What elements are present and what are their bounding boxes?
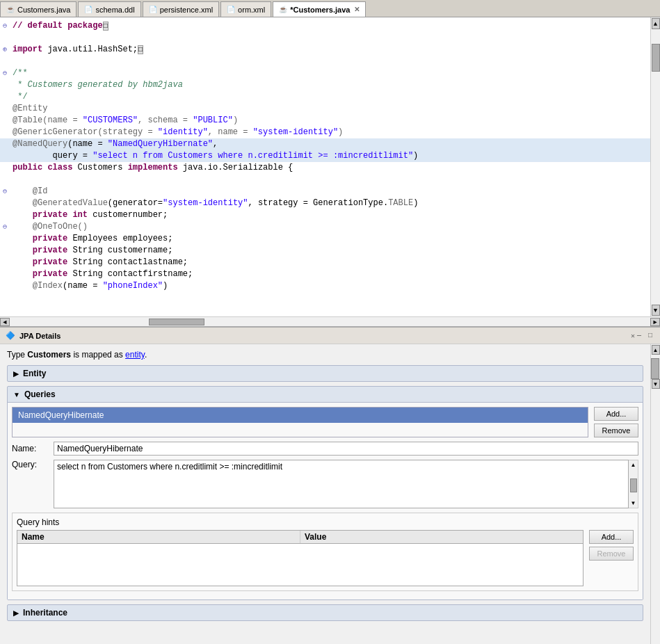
hints-col-value: Value	[300, 531, 583, 543]
jpa-panel: 🔷 JPA Details ✕ — □ Type Customers is ma…	[0, 326, 660, 644]
query-label: Query:	[12, 460, 54, 469]
name-label: Name:	[12, 444, 54, 453]
type-bold: Customers	[27, 350, 71, 360]
entity-link[interactable]: entity	[125, 350, 145, 360]
code-line-1: ⊖ // default package□	[0, 20, 650, 32]
add-query-button[interactable]: Add...	[594, 407, 638, 421]
inheritance-section: ▶ Inheritance	[7, 604, 643, 621]
entity-section: ▶ Entity	[7, 365, 643, 382]
queries-collapse-arrow: ▼	[13, 391, 20, 399]
jpa-body: Type Customers is mapped as entity. ▶ En…	[0, 344, 660, 644]
scroll-up-arrow[interactable]: ▲	[652, 18, 660, 29]
tab-customers-java-2[interactable]: ☕ *Customers.java ✕	[273, 1, 366, 17]
queries-list: NamedQueryHibernate	[12, 407, 588, 437]
code-line-11: @NamedQuery(name = "NamedQueryHibernate"…	[0, 138, 650, 150]
inheritance-section-header[interactable]: ▶ Inheritance	[8, 605, 643, 620]
entity-collapse-arrow: ▶	[13, 370, 19, 378]
code-line-3: ⊕ import java.util.HashSet;□	[0, 44, 650, 56]
tab-orm-xml[interactable]: 📄 orm.xml	[220, 1, 271, 17]
queries-section-body: NamedQueryHibernate Add... Remove Name	[8, 402, 643, 599]
h-scroll-left[interactable]: ◄	[0, 318, 10, 326]
xml-icon-1: 📄	[149, 6, 157, 13]
tab-persistence-xml[interactable]: 📄 persistence.xml	[143, 1, 219, 17]
tab-schema-ddl[interactable]: 📄 schema.ddl	[78, 1, 140, 17]
code-line-8: @Entity	[0, 103, 650, 115]
maximize-icon[interactable]: □	[646, 331, 654, 340]
hints-section: Query hints Name Value Add...	[12, 513, 638, 591]
h-scroll-track	[10, 318, 650, 326]
h-scroll-right[interactable]: ►	[650, 318, 660, 326]
query-item-0[interactable]: NamedQueryHibernate	[13, 408, 588, 423]
code-line-4	[0, 56, 650, 67]
queries-buttons: Add... Remove	[594, 407, 638, 437]
name-input[interactable]	[54, 442, 638, 456]
query-textarea-scrollbar[interactable]: ▲ ▼	[629, 460, 638, 508]
code-line-6: * Customers generated by hbm2java	[0, 79, 650, 91]
query-field-row: Query: select n from Customers where n.c…	[12, 460, 638, 508]
entity-section-label: Entity	[23, 369, 46, 378]
textarea-scroll-thumb[interactable]	[630, 478, 637, 492]
queries-section: ▼ Queries NamedQueryHibernate	[7, 386, 643, 600]
jpa-header: 🔷 JPA Details ✕ — □	[0, 328, 660, 344]
name-field-row: Name:	[12, 442, 638, 456]
code-line-20: private String customername;	[0, 245, 650, 257]
code-line-5: ⊖ /**	[0, 67, 650, 79]
code-line-16: @GeneratedValue(generator="system-identi…	[0, 198, 650, 209]
code-line-23: @Index(name = "phoneIndex")	[0, 280, 650, 292]
ddl-icon: 📄	[84, 6, 92, 13]
queries-section-header[interactable]: ▼ Queries	[8, 387, 643, 402]
code-line-13: public class Customers implements java.i…	[0, 162, 650, 174]
queries-section-label: Queries	[24, 389, 56, 399]
jpa-body-inner: Type Customers is mapped as entity. ▶ En…	[7, 350, 653, 621]
hints-table-body[interactable]	[17, 544, 583, 586]
scroll-down-arrow[interactable]: ▼	[652, 305, 660, 316]
jpa-icon: 🔷	[6, 331, 15, 340]
tab-customers-java-1[interactable]: ☕ Customers.java	[0, 1, 77, 17]
code-line-22: private String contactfirstname;	[0, 268, 650, 280]
entity-section-header[interactable]: ▶ Entity	[8, 366, 643, 381]
minimize-icon[interactable]: —	[635, 331, 643, 340]
code-line-19: private Employees employees;	[0, 233, 650, 245]
hints-label: Query hints	[17, 517, 634, 527]
editor-area: ⊖ // default package□ ⊕ import java.util…	[0, 17, 660, 316]
hints-table: Name Value	[17, 530, 583, 586]
code-line-9: @Table(name = "CUSTOMERS", schema = "PUB…	[0, 115, 650, 127]
java-icon-2: ☕	[279, 6, 287, 13]
jpa-controls: — □	[635, 331, 654, 340]
textarea-scroll-up[interactable]: ▲	[631, 462, 636, 468]
remove-hint-button[interactable]: Remove	[589, 547, 634, 561]
jpa-scroll-thumb[interactable]	[651, 358, 659, 379]
tab-bar: ☕ Customers.java 📄 schema.ddl 📄 persiste…	[0, 0, 660, 17]
jpa-panel-title: JPA Details	[19, 332, 631, 340]
code-line-17: private int customernumber;	[0, 209, 650, 221]
add-hint-button[interactable]: Add...	[589, 530, 634, 544]
h-scrollbar: ◄ ►	[0, 316, 660, 326]
queries-list-row: NamedQueryHibernate Add... Remove	[12, 407, 638, 442]
query-textarea-wrapper: select n from Customers where n.creditli…	[54, 460, 638, 508]
textarea-scroll-down[interactable]: ▼	[631, 500, 636, 506]
queries-list-col: NamedQueryHibernate	[12, 407, 588, 442]
query-item-blank	[13, 423, 588, 437]
tab-close-icon[interactable]: ✕	[354, 6, 360, 13]
code-line-18: ⊖ @OneToOne()	[0, 221, 650, 233]
editor-content[interactable]: ⊖ // default package□ ⊕ import java.util…	[0, 17, 650, 316]
editor-scrollbar[interactable]: ▲ ▼	[650, 17, 660, 316]
query-textarea[interactable]: select n from Customers where n.creditli…	[54, 460, 629, 508]
inheritance-collapse-arrow: ▶	[13, 609, 19, 617]
hints-buttons: Add... Remove	[589, 530, 634, 561]
remove-query-button[interactable]: Remove	[594, 424, 638, 437]
code-line-7: */	[0, 91, 650, 103]
gutter-1: ⊖	[3, 20, 13, 32]
hints-row: Name Value Add... Remove	[17, 530, 634, 586]
hints-table-header: Name Value	[17, 531, 583, 544]
scroll-thumb[interactable]	[652, 44, 660, 72]
code-line-15: ⊖ @Id	[0, 186, 650, 198]
inheritance-section-label: Inheritance	[23, 608, 67, 618]
jpa-scroll-up[interactable]: ▲	[652, 345, 660, 355]
code-line-12: query = "select n from Customers where n…	[0, 150, 650, 162]
jpa-scrollbar[interactable]: ▲ ▼	[650, 344, 660, 644]
code-line-10: @GenericGenerator(strategy = "identity",…	[0, 127, 650, 138]
jpa-scroll-down[interactable]: ▼	[652, 379, 660, 389]
h-scroll-thumb[interactable]	[149, 319, 204, 325]
type-description: Type Customers is mapped as entity.	[7, 350, 643, 360]
